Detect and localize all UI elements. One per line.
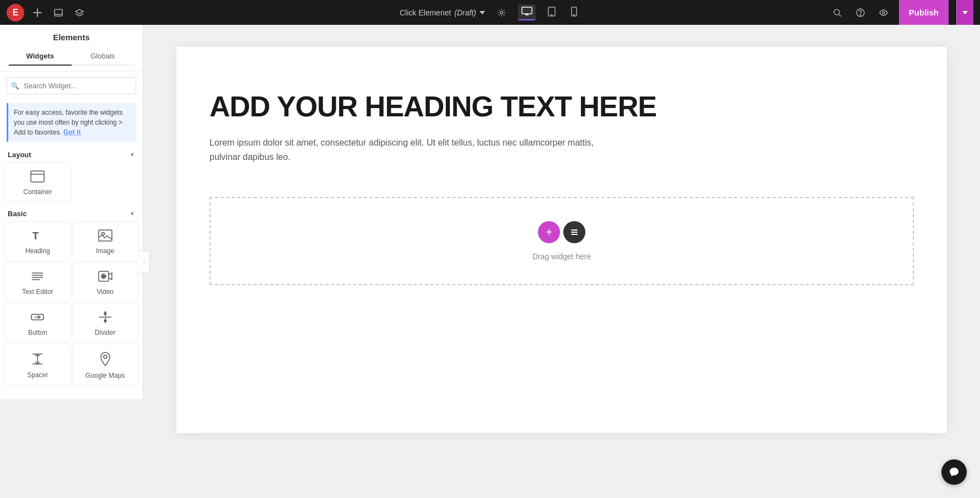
sidebar-wrapper: Elements Widgets Globals 🔍 For easy acce… bbox=[0, 25, 143, 498]
sidebar-title: Elements bbox=[9, 33, 134, 42]
svg-point-2 bbox=[500, 11, 503, 14]
heading-text: ADD YOUR HEADING TEXT HERE bbox=[209, 91, 914, 122]
widget-container[interactable]: Container bbox=[4, 162, 71, 202]
search-icon: 🔍 bbox=[11, 82, 19, 90]
google-maps-icon bbox=[99, 352, 111, 368]
content-section: ADD YOUR HEADING TEXT HERE Lorem ipsum d… bbox=[176, 47, 947, 197]
search-input[interactable] bbox=[7, 77, 136, 94]
svg-rect-36 bbox=[571, 229, 578, 231]
widget-text-editor-label: Text Editor bbox=[22, 288, 53, 296]
divider-icon bbox=[98, 311, 112, 325]
page-status-text: (Draft) bbox=[454, 8, 476, 17]
svg-marker-31 bbox=[104, 320, 106, 323]
drop-zone-label: Drag widget here bbox=[532, 252, 591, 261]
search-box: 🔍 bbox=[7, 77, 136, 94]
svg-point-13 bbox=[860, 14, 860, 15]
svg-rect-38 bbox=[571, 234, 578, 235]
widget-divider[interactable]: Divider bbox=[72, 303, 139, 342]
page-title-text: Click Elemenet bbox=[400, 8, 451, 17]
svg-point-14 bbox=[882, 12, 885, 14]
heading-icon: T bbox=[31, 229, 44, 244]
drop-zone-add-button[interactable]: + bbox=[538, 221, 560, 243]
tablet-view-button[interactable] bbox=[545, 4, 559, 20]
chat-fab[interactable] bbox=[941, 459, 967, 485]
button-icon bbox=[30, 311, 45, 325]
tip-box: For easy access, favorite the widgets yo… bbox=[7, 103, 136, 142]
widget-heading-label: Heading bbox=[25, 247, 50, 255]
basic-widgets-grid: T Heading Image bbox=[0, 221, 143, 388]
publish-dropdown-button[interactable] bbox=[956, 0, 973, 25]
publish-button[interactable]: Publish bbox=[899, 0, 949, 25]
basic-section-label: Basic bbox=[8, 210, 27, 218]
sidebar: Elements Widgets Globals 🔍 For easy acce… bbox=[0, 25, 143, 399]
tabs: Widgets Globals bbox=[9, 47, 134, 66]
widget-heading[interactable]: T Heading bbox=[4, 221, 71, 261]
text-editor-icon bbox=[31, 270, 44, 285]
drop-zone[interactable]: + Drag widget here bbox=[209, 197, 914, 285]
svg-rect-18 bbox=[99, 230, 112, 241]
widget-container-label: Container bbox=[23, 188, 52, 196]
layout-chevron-icon: ▼ bbox=[130, 152, 135, 158]
container-icon bbox=[30, 170, 45, 185]
settings-button[interactable] bbox=[494, 5, 509, 20]
basic-chevron-icon: ▼ bbox=[130, 211, 135, 217]
svg-point-35 bbox=[104, 355, 107, 358]
top-bar-left: E bbox=[7, 4, 87, 22]
widget-text-editor[interactable]: Text Editor bbox=[4, 262, 71, 302]
layout-section-header[interactable]: Layout ▼ bbox=[0, 145, 143, 162]
widget-spacer-label: Spacer bbox=[27, 371, 48, 379]
svg-rect-0 bbox=[55, 9, 62, 16]
svg-rect-15 bbox=[31, 171, 44, 182]
mobile-view-button[interactable] bbox=[568, 4, 580, 20]
svg-point-9 bbox=[574, 14, 575, 15]
search-button[interactable] bbox=[830, 5, 845, 20]
drop-zone-buttons: + bbox=[538, 221, 585, 243]
svg-rect-37 bbox=[571, 232, 578, 233]
layout-section-label: Layout bbox=[8, 151, 31, 159]
add-element-button[interactable] bbox=[30, 5, 45, 20]
desktop-view-button[interactable] bbox=[518, 4, 536, 20]
widget-button[interactable]: Button bbox=[4, 303, 71, 342]
sidebar-collapse-handle[interactable]: ‹ bbox=[139, 250, 150, 272]
basic-section-header[interactable]: Basic ▼ bbox=[0, 204, 143, 221]
svg-point-7 bbox=[551, 14, 552, 15]
layout-widgets-grid: Container bbox=[0, 162, 143, 204]
tab-globals[interactable]: Globals bbox=[72, 47, 134, 66]
video-icon bbox=[98, 270, 112, 285]
widget-image[interactable]: Image bbox=[72, 221, 139, 261]
svg-rect-3 bbox=[522, 7, 532, 14]
svg-line-11 bbox=[838, 14, 841, 17]
widget-divider-label: Divider bbox=[95, 329, 115, 336]
got-it-link[interactable]: Got It bbox=[63, 128, 80, 136]
widget-spacer[interactable]: Spacer bbox=[4, 344, 71, 385]
image-icon bbox=[98, 229, 112, 244]
sidebar-header: Elements Widgets Globals bbox=[0, 25, 143, 72]
sidebar-scroll: Layout ▼ Container Basic ▼ bbox=[0, 145, 143, 399]
svg-marker-30 bbox=[104, 312, 106, 314]
elementor-logo[interactable]: E bbox=[7, 4, 24, 22]
top-bar-center: Click Elemenet (Draft) bbox=[400, 4, 580, 20]
drop-zone-handle-button[interactable] bbox=[563, 221, 585, 243]
widget-image-label: Image bbox=[96, 247, 114, 255]
widget-button-label: Button bbox=[28, 329, 47, 336]
responsive-mode-button[interactable] bbox=[51, 5, 66, 20]
top-bar: E Click Elemenet (Draft) bbox=[0, 0, 980, 25]
widget-google-maps[interactable]: Google Maps bbox=[72, 344, 139, 385]
top-bar-right: Publish bbox=[830, 0, 973, 25]
canvas-inner: ADD YOUR HEADING TEXT HERE Lorem ipsum d… bbox=[176, 47, 947, 433]
body-text: Lorem ipsum dolor sit amet, consectetur … bbox=[209, 136, 617, 164]
widget-video[interactable]: Video bbox=[72, 262, 139, 302]
widget-video-label: Video bbox=[97, 288, 114, 296]
main-layout: Elements Widgets Globals 🔍 For easy acce… bbox=[0, 25, 980, 498]
svg-text:T: T bbox=[33, 231, 39, 242]
tab-widgets[interactable]: Widgets bbox=[9, 47, 72, 66]
widget-google-maps-label: Google Maps bbox=[85, 372, 125, 379]
layers-button[interactable] bbox=[72, 5, 87, 20]
help-button[interactable] bbox=[853, 5, 868, 20]
preview-button[interactable] bbox=[876, 5, 891, 20]
spacer-icon bbox=[31, 352, 44, 368]
canvas-area: ADD YOUR HEADING TEXT HERE Lorem ipsum d… bbox=[143, 25, 980, 498]
page-title-button[interactable]: Click Elemenet (Draft) bbox=[400, 8, 485, 17]
